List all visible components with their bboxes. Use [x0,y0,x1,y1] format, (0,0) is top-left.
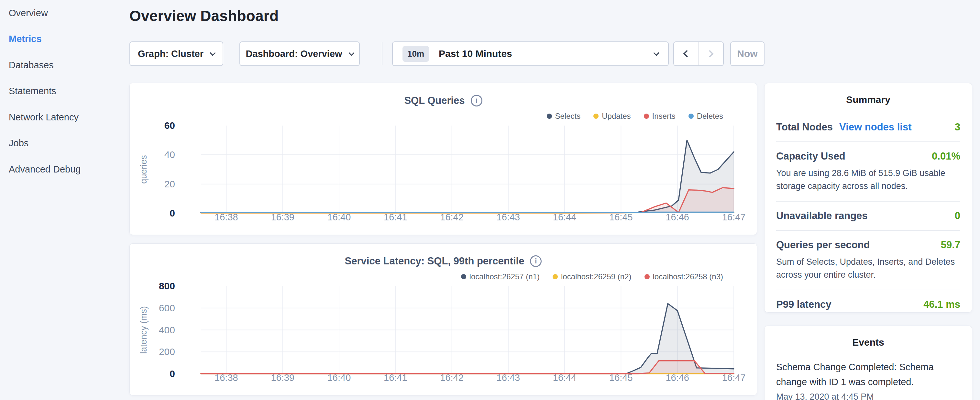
now-button-label: Now [737,48,757,59]
chevron-left-icon [683,50,691,57]
summary-row-value: 46.1 ms [923,299,960,310]
svg-text:60: 60 [164,120,175,131]
chart-legend: localhost:26257 (n1)localhost:26259 (n2)… [461,272,723,281]
summary-row-total-nodes: Total Nodes View nodes list 3 [776,113,960,142]
summary-panel: Summary Total Nodes View nodes list 3 Ca… [764,83,972,312]
chevron-right-icon [706,50,714,57]
legend-dot-icon [644,113,649,119]
legend-item[interactable]: localhost:26258 (n3) [644,272,723,281]
events-panel: Events Schema Change Completed: Schema c… [764,325,972,400]
svg-text:queries: queries [139,155,148,184]
info-icon[interactable]: i [530,255,542,267]
legend-item[interactable]: Inserts [644,112,676,121]
summary-row-label: Capacity Used [776,150,845,162]
legend-item[interactable]: Deletes [689,112,723,121]
legend-dot-icon [689,113,694,119]
legend-dot-icon [593,113,598,119]
summary-row-p99-latency: P99 latency 46.1 ms [776,290,960,319]
info-icon[interactable]: i [471,95,482,107]
chart-title: SQL Queries [404,95,465,107]
summary-row-label: Unavailable ranges [776,210,868,222]
summary-row-label: Total Nodes [776,121,833,133]
graph-scope-dropdown-label: Graph: Cluster [138,49,204,59]
view-nodes-list-link[interactable]: View nodes list [839,121,912,133]
service-latency-chart-card: 16:3816:3916:4016:4116:4216:4316:4416:45… [129,243,757,395]
sidebar-item-jobs[interactable]: Jobs [9,131,129,157]
svg-text:600: 600 [159,303,175,313]
summary-row-description: Sum of Selects, Updates, Inserts, and De… [776,255,960,281]
chevron-down-icon [653,50,659,56]
legend-dot-icon [644,274,650,279]
now-button[interactable]: Now [730,41,765,66]
time-range-badge: 10m [402,46,429,62]
svg-text:400: 400 [159,325,175,335]
dashboard-dropdown-label: Dashboard: Overview [245,49,342,59]
svg-text:16:47: 16:47 [722,212,746,222]
sidebar-item-advanced-debug[interactable]: Advanced Debug [9,156,129,183]
event-timestamp: May 13, 2020 at 4:45 PM [776,392,960,400]
legend-item[interactable]: Selects [547,112,581,121]
svg-text:40: 40 [164,149,175,160]
sidebar-item-metrics[interactable]: Metrics [9,26,129,53]
time-range-label: Past 10 Minutes [439,48,512,59]
sidebar-nav-list: Overview Metrics Databases Statements Ne… [0,0,129,183]
page-title: Overview Dashboard [129,7,278,25]
legend-dot-icon [547,113,552,119]
legend-dot-icon [553,274,558,279]
chevron-down-icon [348,50,354,56]
summary-row-capacity-used: Capacity Used 0.01% You are using 28.6 M… [776,142,960,201]
summary-row-value: 0 [955,210,960,222]
summary-row-value: 59.7 [941,239,960,251]
toolbar-divider [382,42,382,65]
legend-item[interactable]: Updates [593,112,631,121]
chart-title: Service Latency: SQL, 99th percentile [345,255,525,267]
svg-text:latency (ms): latency (ms) [139,306,148,354]
time-next-button[interactable] [698,42,723,65]
svg-text:20: 20 [164,178,175,189]
svg-text:0: 0 [170,368,175,379]
summary-row-queries-per-second: Queries per second 59.7 Sum of Selects, … [776,230,960,290]
sidebar-item-databases[interactable]: Databases [9,52,129,78]
time-prev-button[interactable] [674,42,698,65]
svg-text:0: 0 [170,208,175,218]
svg-text:16:46: 16:46 [665,212,689,222]
events-panel-title: Events [776,337,960,348]
svg-text:800: 800 [159,280,175,291]
time-pager [673,41,724,66]
time-range-dropdown[interactable]: 10m Past 10 Minutes [392,41,669,66]
sidebar-item-statements[interactable]: Statements [9,78,129,105]
sql-queries-chart-card: 16:3816:3916:4016:4116:4216:4316:4416:45… [129,83,757,235]
graph-scope-dropdown[interactable]: Graph: Cluster [129,41,223,66]
summary-row-value: 3 [955,121,960,133]
summary-row-label: P99 latency [776,299,832,310]
summary-panel-title: Summary [776,94,960,105]
sidebar-item-network-latency[interactable]: Network Latency [9,104,129,131]
sidebar-item-overview[interactable]: Overview [9,0,129,26]
summary-row-value: 0.01% [932,150,960,162]
legend-item[interactable]: localhost:26259 (n2) [553,272,631,281]
event-message: Schema Change Completed: Schema change w… [776,360,960,389]
chart-legend: SelectsUpdatesInsertsDeletes [547,112,724,121]
summary-row-label: Queries per second [776,239,870,251]
svg-text:200: 200 [159,346,175,357]
dashboard-dropdown[interactable]: Dashboard: Overview [239,41,360,66]
sidebar: Overview Metrics Databases Statements Ne… [0,0,129,400]
legend-item[interactable]: localhost:26257 (n1) [461,272,540,281]
chevron-down-icon [210,50,215,56]
svg-text:16:45: 16:45 [609,212,633,222]
summary-row-unavailable-ranges: Unavailable ranges 0 [776,201,960,230]
legend-dot-icon [461,274,466,279]
event-list-item: Schema Change Completed: Schema change w… [776,360,960,400]
summary-row-description: You are using 28.6 MiB of 515.9 GiB usab… [776,167,960,193]
